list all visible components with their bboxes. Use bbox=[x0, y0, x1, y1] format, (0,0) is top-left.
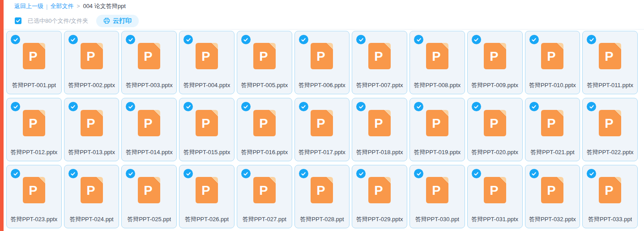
ppt-file-icon: P bbox=[311, 177, 333, 203]
file-card[interactable]: P 答辩PPT-006.pptx bbox=[294, 31, 350, 94]
file-card[interactable]: P 答辩PPT-022.pptx bbox=[582, 98, 638, 161]
file-card[interactable]: P 答辩PPT-032.pptx bbox=[525, 165, 580, 228]
selected-check-icon[interactable] bbox=[587, 169, 596, 178]
selected-check-icon[interactable] bbox=[299, 102, 308, 111]
svg-text:P: P bbox=[201, 49, 210, 63]
select-all-checkbox[interactable] bbox=[15, 17, 21, 24]
svg-text:P: P bbox=[490, 183, 498, 197]
ppt-file-icon: P bbox=[599, 43, 621, 69]
selected-check-icon[interactable] bbox=[414, 102, 423, 111]
file-card[interactable]: P 答辩PPT-008.pptx bbox=[409, 31, 465, 94]
file-card[interactable]: P 答辩PPT-018.pptx bbox=[352, 98, 407, 161]
main-content: 返回上一级 | 全部文件 > 004 论文答辩ppt 已选中80个文件/文件夹 … bbox=[4, 0, 644, 231]
selected-check-icon[interactable] bbox=[11, 35, 20, 44]
selected-check-icon[interactable] bbox=[11, 102, 20, 111]
selected-check-icon[interactable] bbox=[587, 35, 596, 44]
ppt-file-icon: P bbox=[311, 110, 333, 136]
selected-check-icon[interactable] bbox=[68, 169, 78, 178]
selected-check-icon[interactable] bbox=[183, 169, 193, 178]
file-card[interactable]: P 答辩PPT-007.pptx bbox=[352, 31, 407, 94]
file-card[interactable]: P 答辩PPT-019.pptx bbox=[409, 98, 465, 161]
selected-check-icon[interactable] bbox=[529, 169, 539, 178]
ppt-file-icon: P bbox=[484, 43, 506, 69]
file-card[interactable]: P 答辩PPT-021.ppt bbox=[525, 98, 580, 161]
selected-check-icon[interactable] bbox=[356, 169, 366, 178]
file-name: 答辩PPT-024.ppt bbox=[69, 215, 113, 223]
file-card[interactable]: P 答辩PPT-012.pptx bbox=[6, 98, 62, 161]
selected-check-icon[interactable] bbox=[183, 35, 193, 44]
file-card[interactable]: P 答辩PPT-029.pptx bbox=[352, 165, 407, 228]
selected-check-icon[interactable] bbox=[11, 169, 20, 178]
file-card[interactable]: P 答辩PPT-023.pptx bbox=[6, 165, 62, 228]
selected-check-icon[interactable] bbox=[183, 102, 193, 111]
ppt-file-icon: P bbox=[196, 177, 218, 203]
file-card[interactable]: P 答辩PPT-011.pptx bbox=[582, 31, 638, 94]
file-card[interactable]: P 答辩PPT-002.pptx bbox=[64, 31, 119, 94]
file-name: 答辩PPT-006.pptx bbox=[299, 81, 345, 89]
file-card[interactable]: P 答辩PPT-014.pptx bbox=[121, 98, 177, 161]
selected-check-icon[interactable] bbox=[126, 169, 135, 178]
file-card[interactable]: P 答辩PPT-009.pptx bbox=[467, 31, 523, 94]
cloud-print-button[interactable]: 云打印 bbox=[96, 15, 139, 27]
svg-text:P: P bbox=[605, 183, 613, 197]
selected-check-icon[interactable] bbox=[68, 35, 78, 44]
selected-check-icon[interactable] bbox=[472, 35, 481, 44]
selected-check-icon[interactable] bbox=[241, 35, 251, 44]
svg-text:P: P bbox=[605, 49, 613, 63]
svg-text:P: P bbox=[375, 116, 383, 130]
file-name: 答辩PPT-027.ppt bbox=[243, 215, 286, 223]
svg-text:P: P bbox=[201, 183, 210, 197]
selected-check-icon[interactable] bbox=[126, 35, 135, 44]
svg-text:P: P bbox=[29, 49, 37, 63]
file-card[interactable]: P 答辩PPT-016.pptx bbox=[237, 98, 292, 161]
ppt-file-icon: P bbox=[541, 110, 563, 136]
file-card[interactable]: P 答辩PPT-003.pptx bbox=[121, 31, 177, 94]
selected-check-icon[interactable] bbox=[356, 102, 366, 111]
selected-check-icon[interactable] bbox=[356, 35, 366, 44]
selected-check-icon[interactable] bbox=[68, 102, 78, 111]
svg-text:P: P bbox=[317, 183, 325, 197]
selected-check-icon[interactable] bbox=[299, 35, 308, 44]
selected-check-icon[interactable] bbox=[299, 169, 308, 178]
printer-icon bbox=[103, 17, 110, 24]
file-card[interactable]: P 答辩PPT-015.pptx bbox=[179, 98, 235, 161]
ppt-file-icon: P bbox=[484, 177, 506, 203]
file-card[interactable]: P 答辩PPT-030.ppt bbox=[409, 165, 465, 228]
ppt-file-icon: P bbox=[484, 110, 506, 136]
selected-check-icon[interactable] bbox=[529, 102, 539, 111]
selected-check-icon[interactable] bbox=[126, 102, 135, 111]
file-card[interactable]: P 答辩PPT-026.ppt bbox=[179, 165, 235, 228]
selected-check-icon[interactable] bbox=[587, 102, 596, 111]
file-card[interactable]: P 答辩PPT-020.pptx bbox=[467, 98, 523, 161]
svg-text:P: P bbox=[547, 183, 556, 197]
file-card[interactable]: P 答辩PPT-024.ppt bbox=[64, 165, 119, 228]
file-name: 答辩PPT-031.pptx bbox=[471, 215, 518, 223]
file-card[interactable]: P 答辩PPT-004.pptx bbox=[179, 31, 235, 94]
ppt-file-icon: P bbox=[368, 110, 391, 136]
selected-check-icon[interactable] bbox=[472, 102, 481, 111]
file-card[interactable]: P 答辩PPT-017.pptx bbox=[294, 98, 350, 161]
selected-check-icon[interactable] bbox=[472, 169, 481, 178]
svg-text:P: P bbox=[432, 49, 440, 63]
file-card[interactable]: P 答辩PPT-028.ppt bbox=[294, 165, 350, 228]
svg-text:P: P bbox=[605, 116, 613, 130]
file-name: 答辩PPT-021.ppt bbox=[530, 148, 574, 156]
file-card[interactable]: P 答辩PPT-005.pptx bbox=[237, 31, 292, 94]
selected-check-icon[interactable] bbox=[241, 102, 251, 111]
selected-check-icon[interactable] bbox=[529, 35, 539, 44]
file-card[interactable]: P 答辩PPT-031.pptx bbox=[467, 165, 523, 228]
file-card[interactable]: P 答辩PPT-001.ppt bbox=[6, 31, 62, 94]
file-card[interactable]: P 答辩PPT-010.pptx bbox=[525, 31, 580, 94]
file-card[interactable]: P 答辩PPT-033.ppt bbox=[582, 165, 638, 228]
file-card[interactable]: P 答辩PPT-025.ppt bbox=[121, 165, 177, 228]
file-name: 答辩PPT-012.pptx bbox=[10, 148, 57, 156]
svg-text:P: P bbox=[86, 183, 95, 197]
selected-check-icon[interactable] bbox=[241, 169, 251, 178]
selected-check-icon[interactable] bbox=[414, 35, 423, 44]
file-card[interactable]: P 答辩PPT-013.pptx bbox=[64, 98, 119, 161]
breadcrumb-back-link[interactable]: 返回上一级 bbox=[14, 2, 43, 10]
svg-text:P: P bbox=[259, 49, 268, 63]
breadcrumb-all-files-link[interactable]: 全部文件 bbox=[50, 2, 73, 10]
selected-check-icon[interactable] bbox=[414, 169, 423, 178]
file-card[interactable]: P 答辩PPT-027.ppt bbox=[237, 165, 292, 228]
